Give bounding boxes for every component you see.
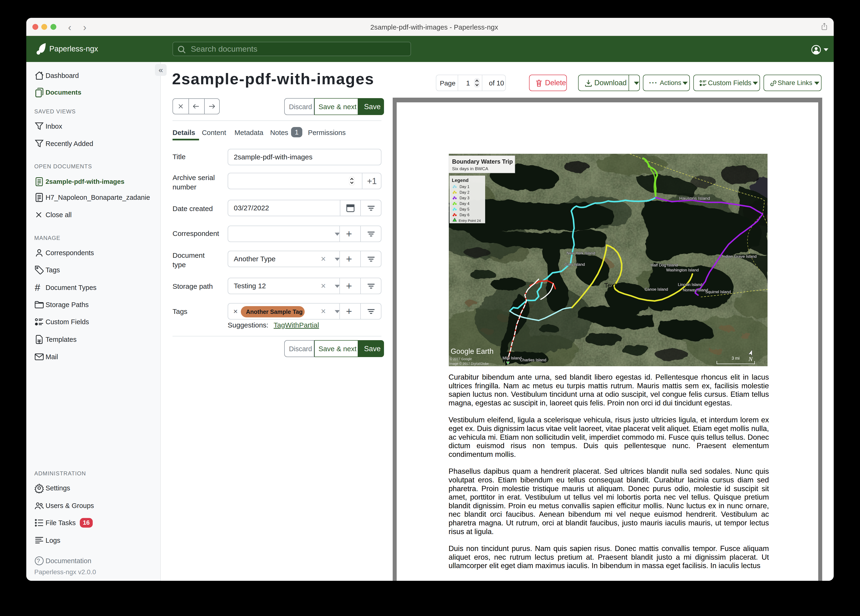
svg-text:Day 1: Day 1	[460, 185, 469, 189]
svg-text:Gary Island: Gary Island	[565, 262, 585, 267]
svg-text:Washington Island: Washington Island	[666, 268, 699, 272]
svg-text:Legend: Legend	[452, 178, 469, 183]
svg-text:Day 3: Day 3	[460, 196, 469, 200]
svg-text:Text: Text	[604, 282, 616, 289]
svg-text:Six days in BWCA: Six days in BWCA	[452, 166, 488, 171]
svg-text:© 2017 Google: © 2017 Google	[450, 357, 472, 361]
svg-text:Half Dog Island: Half Dog Island	[651, 263, 678, 267]
svg-text:New York Island: New York Island	[567, 251, 595, 255]
svg-text:Canoe Island: Canoe Island	[645, 287, 668, 292]
svg-text:Indian Grave Island: Indian Grave Island	[722, 254, 756, 259]
svg-text:Charlies Island: Charlies Island	[520, 358, 546, 362]
svg-text:Day 4: Day 4	[460, 202, 469, 206]
svg-text:Lincoln Island: Lincoln Island	[678, 283, 702, 287]
svg-text:Image © 2017 DigitalGlobe: Image © 2017 DigitalGlobe	[449, 362, 489, 366]
svg-text:Google Earth: Google Earth	[450, 347, 494, 355]
svg-text:3 mi: 3 mi	[731, 356, 739, 361]
svg-text:Hausons Island: Hausons Island	[679, 196, 710, 201]
svg-text:Entry Point 24: Entry Point 24	[459, 218, 481, 223]
svg-text:Norway Island: Norway Island	[683, 288, 708, 292]
svg-text:Boundary Waters Trip: Boundary Waters Trip	[452, 158, 513, 165]
svg-text:Day 6: Day 6	[460, 213, 469, 217]
svg-text:Day 5: Day 5	[460, 207, 469, 211]
svg-text:Mile Island: Mile Island	[502, 356, 521, 360]
svg-text:Day 2: Day 2	[460, 190, 469, 194]
svg-text:N: N	[748, 356, 753, 363]
svg-text:Squirrel Island: Squirrel Island	[705, 290, 731, 294]
